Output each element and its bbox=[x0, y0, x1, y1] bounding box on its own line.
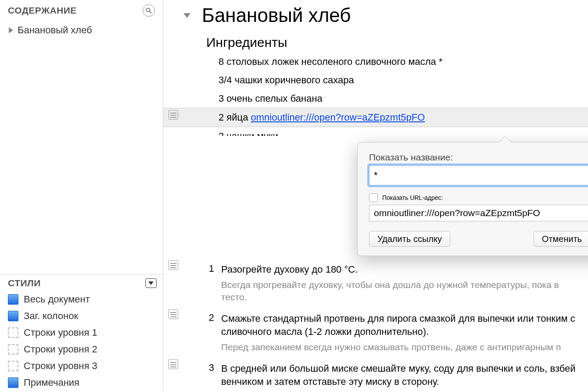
ingredient-row-selected[interactable]: 2 яйца omnioutliner:///open?row=aZEpzmt5… bbox=[163, 108, 588, 127]
chevron-right-icon[interactable] bbox=[9, 27, 13, 33]
styles-header: СТИЛИ bbox=[0, 274, 163, 291]
style-swatch-icon bbox=[8, 327, 18, 338]
show-url-label: Показать URL-адрес: bbox=[382, 194, 443, 201]
step-row[interactable]: 1 Разогрейте духовку до 180 °C. Всегда п… bbox=[163, 259, 588, 308]
step-body[interactable]: Смажьте стандартный протвень для пирога … bbox=[221, 312, 588, 353]
style-label: Примечания bbox=[24, 377, 79, 388]
style-swatch-icon bbox=[8, 311, 18, 321]
ingredient-text[interactable]: 3 очень спелых банана bbox=[183, 89, 323, 108]
gutter bbox=[163, 4, 183, 6]
ingredient-prefix: 2 яйца bbox=[219, 112, 251, 123]
style-swatch-icon bbox=[8, 294, 18, 305]
styles-title: СТИЛИ bbox=[8, 278, 41, 288]
style-swatch-icon bbox=[8, 377, 18, 388]
step-text: В средней или большой миске смешайте мук… bbox=[221, 363, 576, 387]
main-content: Банановый хлеб Ингредиенты 8 столовых ло… bbox=[163, 0, 588, 391]
chevron-down-icon[interactable] bbox=[183, 13, 190, 18]
step-row[interactable]: 2 Смажьте стандартный протвень для пирог… bbox=[163, 308, 588, 358]
url-input[interactable] bbox=[369, 205, 588, 221]
section-heading[interactable]: Ингредиенты bbox=[183, 35, 287, 50]
gutter bbox=[163, 308, 183, 319]
style-whole-document[interactable]: Весь документ bbox=[0, 291, 163, 308]
step-number: 3 bbox=[183, 362, 221, 373]
style-swatch-icon bbox=[8, 344, 18, 355]
show-url-row: Показать URL-адрес: bbox=[369, 193, 588, 202]
gutter bbox=[163, 358, 183, 369]
popover-buttons: Удалить ссылку Отменить Готово bbox=[369, 231, 588, 247]
gutter bbox=[163, 127, 183, 129]
gutter bbox=[163, 35, 183, 37]
ingredient-text[interactable]: 2 яйца omnioutliner:///open?row=aZEpzmt5… bbox=[183, 108, 425, 127]
document-title[interactable]: Банановый хлеб bbox=[194, 4, 351, 26]
display-name-label: Показать название: bbox=[369, 152, 588, 163]
outline-item-label: Банановый хлеб bbox=[18, 25, 92, 36]
style-column-headings[interactable]: Заг. колонок bbox=[0, 308, 163, 324]
style-level3[interactable]: Строки уровня 3 bbox=[0, 358, 163, 374]
step-note: Всегда прогревайте духовку, чтобы она до… bbox=[221, 279, 584, 304]
sidebar: СОДЕРЖАНИЕ Банановый хлеб СТИЛИ Весь док… bbox=[0, 0, 163, 391]
gutter bbox=[163, 108, 183, 120]
gutter bbox=[163, 53, 183, 54]
style-swatch-icon bbox=[8, 361, 18, 371]
note-icon[interactable] bbox=[169, 359, 178, 369]
style-label: Весь документ bbox=[24, 294, 90, 305]
styles-dropdown-button[interactable] bbox=[145, 278, 157, 288]
style-label: Строки уровня 2 bbox=[24, 344, 97, 355]
search-icon bbox=[145, 7, 152, 14]
gutter bbox=[163, 259, 183, 270]
style-level2[interactable]: Строки уровня 2 bbox=[0, 341, 163, 358]
ingredient-row[interactable]: 8 столовых ложек несоленого сливочного м… bbox=[163, 53, 588, 71]
step-row[interactable]: 3 В средней или большой миске смешайте м… bbox=[163, 358, 588, 391]
style-level1[interactable]: Строки уровня 1 bbox=[0, 324, 163, 341]
row-link[interactable]: omnioutliner:///open?row=aZEpzmt5pFO bbox=[251, 112, 425, 123]
step-number: 2 bbox=[183, 312, 221, 323]
step-text: Смажьте стандартный протвень для пирога … bbox=[221, 313, 575, 337]
ingredient-row[interactable]: 3/4 чашки коричневого сахара bbox=[163, 71, 588, 89]
remove-link-button[interactable]: Удалить ссылку bbox=[369, 231, 450, 247]
sidebar-contents: СОДЕРЖАНИЕ Банановый хлеб bbox=[0, 0, 163, 274]
style-label: Строки уровня 3 bbox=[24, 360, 97, 372]
sidebar-styles: СТИЛИ Весь документ Заг. колонок Строки … bbox=[0, 274, 163, 391]
ingredient-text[interactable]: 2 чашки муки bbox=[183, 127, 278, 136]
search-button[interactable] bbox=[143, 4, 155, 17]
step-body[interactable]: Разогрейте духовку до 180 °C. Всегда про… bbox=[221, 263, 588, 303]
document-title-row[interactable]: Банановый хлеб bbox=[163, 0, 588, 30]
ingredient-text[interactable]: 3/4 чашки коричневого сахара bbox=[183, 71, 354, 89]
ingredient-row-partial[interactable]: 2 чашки муки bbox=[163, 127, 588, 136]
step-text: Разогрейте духовку до 180 °C. bbox=[221, 264, 358, 275]
ingredient-row[interactable]: 3 очень спелых банана bbox=[163, 89, 588, 108]
show-url-checkbox[interactable] bbox=[369, 193, 378, 202]
gutter bbox=[163, 71, 183, 73]
svg-point-0 bbox=[147, 8, 150, 12]
style-notes[interactable]: Примечания bbox=[0, 374, 163, 391]
gutter bbox=[163, 89, 183, 91]
step-number: 1 bbox=[183, 263, 221, 274]
style-label: Строки уровня 1 bbox=[24, 327, 97, 338]
cancel-button[interactable]: Отменить bbox=[534, 231, 588, 247]
display-name-input[interactable] bbox=[369, 165, 588, 185]
outline-item-banana-bread[interactable]: Банановый хлеб bbox=[0, 21, 163, 39]
note-icon[interactable] bbox=[169, 260, 178, 270]
link-editor-popover: Показать название: Показать URL-адрес: У… bbox=[357, 142, 588, 256]
note-icon[interactable] bbox=[169, 110, 178, 120]
svg-line-1 bbox=[150, 11, 151, 13]
note-icon[interactable] bbox=[169, 309, 178, 319]
step-note: Перед запеканием всегда нужно смазывать … bbox=[221, 341, 584, 353]
contents-title: СОДЕРЖАНИЕ bbox=[8, 5, 77, 16]
contents-header: СОДЕРЖАНИЕ bbox=[0, 0, 163, 21]
section-ingredients-row[interactable]: Ингредиенты bbox=[163, 30, 588, 53]
ingredient-text[interactable]: 8 столовых ложек несоленого сливочного м… bbox=[183, 53, 443, 71]
style-label: Заг. колонок bbox=[24, 310, 78, 322]
step-body[interactable]: В средней или большой миске смешайте мук… bbox=[221, 362, 588, 388]
